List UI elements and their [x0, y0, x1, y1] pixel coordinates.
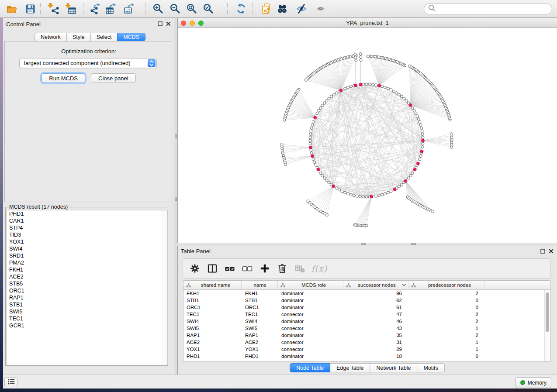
table-cell[interactable]: SWI4	[242, 318, 278, 325]
table-cell[interactable]: PHD1	[183, 353, 242, 360]
search-input[interactable]	[436, 4, 552, 13]
table-cell[interactable]: 35	[343, 332, 408, 339]
export-network-icon[interactable]	[89, 3, 101, 15]
export-image-icon[interactable]	[123, 3, 135, 15]
mcds-result-list[interactable]: PHD1CAR1STP4TID3YOX1SWI4SRD1PMA2FKH1ACE2…	[6, 210, 168, 365]
open-session-icon[interactable]	[5, 3, 17, 15]
list-item[interactable]: PMA2	[7, 259, 167, 266]
delete-column-icon[interactable]	[277, 263, 288, 274]
zoom-selected-icon[interactable]	[202, 3, 214, 15]
tab-mcds[interactable]: MCDS	[117, 33, 145, 41]
table-cell[interactable]: FKH1	[242, 290, 278, 297]
tab-node-table[interactable]: Node Table	[290, 363, 330, 372]
add-column-icon[interactable]	[259, 263, 270, 274]
tab-network-table[interactable]: Network Table	[370, 363, 418, 372]
network-graph[interactable]	[178, 28, 557, 243]
table-cell[interactable]: connector	[278, 311, 343, 318]
search-box[interactable]	[424, 3, 552, 14]
table-cell[interactable]: dominator	[278, 332, 343, 339]
task-history-button[interactable]	[4, 377, 17, 387]
memory-button[interactable]: Memory	[515, 377, 551, 388]
list-item[interactable]: ORC1	[7, 287, 167, 294]
table-cell[interactable]: ORC1	[242, 304, 278, 311]
select-all-icon[interactable]	[224, 263, 235, 274]
table-row[interactable]: PHD1PHD1dominator180	[183, 353, 550, 360]
table-cell[interactable]: 1	[408, 346, 484, 353]
list-item[interactable]: TID3	[7, 231, 167, 238]
hide-selected-icon[interactable]	[295, 3, 308, 15]
network-canvas[interactable]	[178, 28, 557, 243]
list-item[interactable]: STP4	[7, 224, 167, 231]
table-row[interactable]: TEC1TEC1connector472	[183, 311, 550, 318]
column-header-shared-name[interactable]: shared name	[183, 281, 242, 289]
table-cell[interactable]: 31	[343, 339, 408, 346]
splitter-collapse-handle[interactable]	[175, 197, 177, 201]
list-item[interactable]: STB1	[7, 301, 167, 308]
import-network-icon[interactable]	[47, 3, 59, 15]
table-cell[interactable]: 1	[408, 325, 484, 332]
table-cell[interactable]: 0	[408, 297, 484, 304]
table-cell[interactable]: 18	[343, 353, 408, 360]
splitter-collapse-handle[interactable]	[411, 243, 416, 245]
result-list-scrollbar[interactable]	[162, 210, 167, 365]
table-cell[interactable]: SWI4	[183, 318, 242, 325]
float-icon[interactable]	[158, 21, 163, 26]
table-row[interactable]: YOX1YOX1connector291	[183, 346, 550, 353]
table-cell[interactable]: 0	[408, 304, 484, 311]
close-icon[interactable]	[166, 21, 171, 26]
table-scrollbar[interactable]	[544, 290, 550, 361]
run-mcds-button[interactable]: Run MCDS	[42, 73, 85, 83]
table-cell[interactable]: 29	[343, 346, 408, 353]
first-neighbors-icon[interactable]	[276, 3, 288, 15]
list-item[interactable]: RAP1	[7, 294, 167, 301]
list-item[interactable]: SWI4	[7, 245, 167, 252]
clone-network-icon[interactable]	[260, 3, 273, 15]
list-item[interactable]: PHD1	[7, 210, 167, 217]
list-item[interactable]: YOX1	[7, 238, 167, 245]
column-header-name[interactable]: name	[242, 281, 278, 289]
table-cell[interactable]: 47	[343, 311, 408, 318]
window-minimize-icon[interactable]	[190, 21, 195, 26]
delete-table-icon[interactable]	[294, 263, 305, 274]
table-cell[interactable]: 62	[343, 297, 408, 304]
tab-edge-table[interactable]: Edge Table	[330, 363, 370, 372]
table-cell[interactable]: connector	[278, 325, 343, 332]
table-row[interactable]: FKH1FKH1dominator962	[183, 290, 550, 297]
settings-gear-icon[interactable]	[189, 263, 201, 274]
function-builder-icon[interactable]: f(x)	[311, 263, 327, 274]
table-cell[interactable]: STB1	[183, 297, 242, 304]
table-cell[interactable]: dominator	[278, 304, 343, 311]
table-cell[interactable]: FKH1	[183, 290, 242, 297]
table-cell[interactable]: 0	[408, 353, 484, 360]
list-item[interactable]: ACE2	[7, 273, 167, 280]
table-cell[interactable]: SWI5	[242, 325, 278, 332]
table-cell[interactable]: dominator	[278, 297, 343, 304]
tab-style[interactable]: Style	[66, 33, 91, 41]
refresh-icon[interactable]	[235, 3, 247, 15]
tab-select[interactable]: Select	[90, 33, 118, 41]
table-cell[interactable]: dominator	[278, 353, 343, 360]
table-cell[interactable]: 96	[343, 290, 408, 297]
tab-motifs[interactable]: Motifs	[417, 363, 444, 372]
splitter-collapse-handle[interactable]	[361, 243, 366, 245]
table-cell[interactable]: dominator	[278, 290, 343, 297]
table-row[interactable]: ORC1ORC1dominator610	[183, 304, 550, 311]
close-panel-button[interactable]: Close panel	[91, 73, 136, 83]
float-icon[interactable]	[540, 249, 545, 254]
table-row[interactable]: SWI5SWI5connector431	[183, 325, 550, 332]
column-visibility-icon[interactable]	[207, 263, 218, 274]
list-item[interactable]: TEC1	[7, 315, 167, 322]
list-item[interactable]: SRD1	[7, 252, 167, 259]
table-cell[interactable]: STB1	[242, 297, 278, 304]
list-item[interactable]: STB5	[7, 280, 167, 287]
table-cell[interactable]: ORC1	[183, 304, 242, 311]
table-cell[interactable]: 2	[408, 332, 484, 339]
export-table-icon[interactable]	[105, 3, 117, 15]
table-scrollbar-thumb[interactable]	[546, 292, 549, 332]
table-cell[interactable]: TEC1	[242, 311, 278, 318]
table-cell[interactable]: TEC1	[183, 311, 242, 318]
vertical-splitter[interactable]	[174, 18, 177, 375]
list-item[interactable]: CAR1	[7, 217, 167, 224]
save-session-icon[interactable]	[24, 3, 36, 15]
table-cell[interactable]: connector	[278, 346, 343, 353]
